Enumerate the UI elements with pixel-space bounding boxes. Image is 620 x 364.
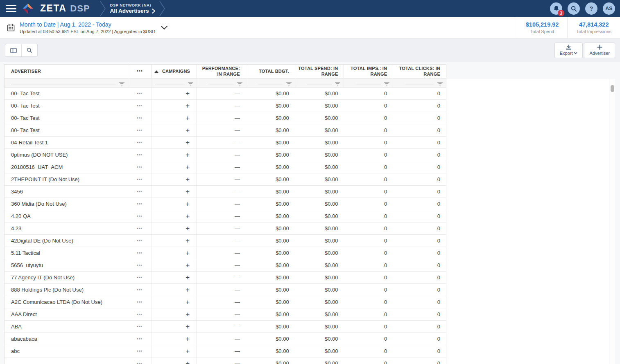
advertiser-name-cell[interactable]: 04-Retail Test 1 [5, 137, 128, 148]
expand-campaigns-button[interactable]: + [152, 272, 197, 283]
row-menu-button[interactable]: ••• [128, 321, 152, 333]
row-menu-button[interactable]: ••• [128, 161, 152, 173]
column-settings-button[interactable] [5, 44, 21, 56]
header-total-clicks[interactable]: TOTAL CLICKS: IN RANGE [393, 65, 446, 78]
advertiser-name-cell[interactable]: AAA Direct [5, 308, 128, 320]
expand-campaigns-button[interactable]: + [152, 100, 197, 112]
filter-total-impressions-input[interactable] [355, 85, 381, 85]
menu-icon[interactable] [6, 5, 16, 12]
row-menu-button[interactable]: ••• [128, 222, 152, 234]
header-performance[interactable]: PERFORMANCE: IN RANGE [197, 65, 246, 78]
expand-campaigns-button[interactable]: + [152, 296, 197, 308]
advertiser-name-cell[interactable]: 3456 [5, 186, 128, 198]
filter-icon[interactable] [237, 82, 242, 86]
advertiser-name-cell[interactable]: A2C Comunicacao LTDA (Do Not Use) [5, 296, 128, 308]
advertiser-name-cell[interactable]: 5.11 Tactical [5, 247, 128, 259]
avatar[interactable]: AS [603, 2, 615, 15]
expand-campaigns-button[interactable]: + [152, 259, 197, 271]
advertiser-name-cell[interactable]: 20180516_UAT_ACM [5, 161, 128, 173]
brand-logo[interactable]: ZETA DSP [22, 3, 90, 14]
expand-campaigns-button[interactable]: + [152, 88, 197, 99]
expand-campaigns-button[interactable]: + [152, 321, 197, 333]
expand-campaigns-button[interactable]: + [152, 210, 197, 222]
advertiser-name-cell[interactable]: 42Digital DE (Do Not Use) [5, 235, 128, 247]
row-menu-button[interactable]: ••• [128, 124, 152, 136]
expand-campaigns-button[interactable]: + [152, 186, 197, 198]
row-menu-button[interactable]: ••• [128, 173, 152, 185]
help-button[interactable]: ? [585, 2, 597, 15]
expand-campaigns-button[interactable]: + [152, 149, 197, 161]
filter-icon[interactable] [335, 82, 340, 86]
advertiser-name-cell[interactable]: 360 Midia (Do Not Use) [5, 198, 128, 210]
advertiser-name-cell[interactable]: 00- Tac Test [5, 124, 128, 136]
filter-icon[interactable] [384, 82, 389, 86]
filter-performance-input[interactable] [208, 85, 234, 85]
row-menu-button[interactable]: ••• [128, 235, 152, 247]
advertiser-name-cell[interactable] [5, 357, 128, 364]
expand-campaigns-button[interactable]: + [152, 284, 197, 296]
filter-icon[interactable] [188, 82, 193, 86]
row-menu-button[interactable]: ••• [128, 186, 152, 198]
header-row-menu[interactable]: ••• [128, 65, 152, 78]
advertiser-name-cell[interactable]: abc [5, 345, 128, 357]
scrollbar-thumb[interactable] [611, 85, 614, 92]
row-menu-button[interactable]: ••• [128, 198, 152, 210]
filter-advertiser-input[interactable] [11, 85, 116, 85]
breadcrumb-page[interactable]: All Advertisers [110, 8, 156, 15]
notifications-button[interactable]: 3 [550, 2, 562, 15]
advertiser-name-cell[interactable]: 00- Tac Test [5, 88, 128, 99]
export-button[interactable]: Export [554, 43, 583, 58]
expand-campaigns-button[interactable]: + [152, 112, 197, 124]
row-menu-button[interactable]: ••• [128, 137, 152, 148]
date-range-label[interactable]: Month to Date | Aug 1, 2022 - Today [20, 21, 155, 29]
advertiser-name-cell[interactable]: 2THEPOINT IT (Do Not Use) [5, 173, 128, 185]
advertiser-name-cell[interactable]: 00- Tac Test [5, 112, 128, 124]
advertiser-name-cell[interactable]: ABA [5, 321, 128, 333]
expand-campaigns-button[interactable]: + [152, 198, 197, 210]
advertiser-name-cell[interactable]: 77 Agency IT (Do Not Use) [5, 272, 128, 283]
add-advertiser-button[interactable]: Advertiser [584, 43, 615, 58]
date-range-expander[interactable] [161, 26, 167, 30]
header-total-budget[interactable]: TOTAL BDGT. [246, 65, 295, 78]
header-campaigns[interactable]: CAMPAIGNS [152, 65, 197, 78]
advertiser-name-cell[interactable]: 00- Tac Test [5, 100, 128, 112]
row-menu-button[interactable]: ••• [128, 88, 152, 99]
row-menu-button[interactable]: ••• [128, 272, 152, 283]
row-menu-button[interactable]: ••• [128, 308, 152, 320]
row-menu-button[interactable]: ••• [128, 112, 152, 124]
advertiser-name-cell[interactable]: 4.20 QA [5, 210, 128, 222]
row-menu-button[interactable]: ••• [128, 345, 152, 357]
advertiser-name-cell[interactable]: 5656_utyuytu [5, 259, 128, 271]
expand-campaigns-button[interactable]: + [152, 161, 197, 173]
header-advertiser[interactable]: ADVERTISER [5, 65, 128, 78]
vertical-scrollbar[interactable] [609, 79, 615, 364]
row-menu-button[interactable]: ••• [128, 247, 152, 259]
expand-campaigns-button[interactable]: + [152, 247, 197, 259]
expand-campaigns-button[interactable]: + [152, 357, 197, 364]
filter-total-budget-input[interactable] [258, 85, 283, 85]
expand-campaigns-button[interactable]: + [152, 173, 197, 185]
filter-icon[interactable] [119, 82, 124, 86]
row-menu-button[interactable]: ••• [128, 296, 152, 308]
filter-total-spend-input[interactable] [307, 85, 333, 85]
row-menu-button[interactable]: ••• [128, 259, 152, 271]
filter-campaigns-input[interactable] [155, 85, 185, 85]
header-total-spend[interactable]: TOTAL SPEND: IN RANGE [295, 65, 344, 78]
row-menu-button[interactable]: ••• [128, 333, 152, 345]
expand-campaigns-button[interactable]: + [152, 137, 197, 148]
expand-campaigns-button[interactable]: + [152, 124, 197, 136]
header-total-impressions[interactable]: TOTAL IMPS.: IN RANGE [344, 65, 393, 78]
advertiser-name-cell[interactable]: 4.23 [5, 222, 128, 234]
advertiser-name-cell[interactable]: 0ptimus (DO NOT USE) [5, 149, 128, 161]
advertiser-name-cell[interactable]: abacabaca [5, 333, 128, 345]
expand-campaigns-button[interactable]: + [152, 333, 197, 345]
filter-total-clicks-input[interactable] [405, 85, 434, 85]
search-button[interactable] [568, 2, 580, 15]
expand-campaigns-button[interactable]: + [152, 222, 197, 234]
grid-search-button[interactable] [21, 44, 37, 56]
row-menu-button[interactable]: ••• [128, 357, 152, 364]
row-menu-button[interactable]: ••• [128, 210, 152, 222]
row-menu-button[interactable]: ••• [128, 100, 152, 112]
row-menu-button[interactable]: ••• [128, 284, 152, 296]
expand-campaigns-button[interactable]: + [152, 235, 197, 247]
